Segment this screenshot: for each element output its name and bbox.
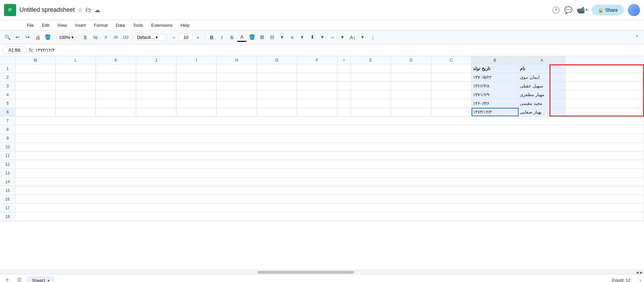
grid-cell-plus1[interactable] bbox=[337, 64, 351, 73]
col-header-I[interactable]: I bbox=[176, 56, 217, 64]
row-number[interactable]: 17 bbox=[0, 204, 15, 212]
grid-cell-G5[interactable] bbox=[257, 99, 297, 108]
row-number[interactable]: 1 bbox=[0, 64, 15, 73]
grid-cell-I3[interactable] bbox=[176, 82, 217, 90]
grid-cell-G2[interactable] bbox=[257, 73, 297, 81]
formula-input[interactable] bbox=[36, 48, 641, 53]
collapse-toolbar-button[interactable]: ⌃ bbox=[632, 32, 641, 42]
menu-extensions[interactable]: Extensions bbox=[148, 21, 176, 29]
col-header-plus[interactable]: + bbox=[337, 56, 351, 64]
grid-cell-H3[interactable] bbox=[217, 82, 257, 90]
menu-insert[interactable]: Insert bbox=[71, 21, 89, 29]
row-number[interactable]: 3 bbox=[0, 82, 15, 90]
col-header-A[interactable]: A bbox=[519, 56, 566, 64]
grid-cell-K5[interactable] bbox=[96, 99, 136, 108]
menu-help[interactable]: Help bbox=[177, 21, 193, 29]
grid-cell-J5[interactable] bbox=[136, 99, 176, 108]
grid-cell-E1[interactable] bbox=[351, 64, 391, 73]
grid-cell-A5[interactable]: مجید مقیمی bbox=[519, 99, 566, 108]
row-number[interactable]: 2 bbox=[0, 73, 15, 81]
grid-cell-M1[interactable] bbox=[15, 64, 56, 73]
col-header-G[interactable]: G bbox=[257, 56, 297, 64]
grid-cell-empty[interactable] bbox=[15, 151, 644, 160]
merge-dropdown-button[interactable]: ▾ bbox=[277, 32, 287, 42]
text-direction-dropdown-button[interactable]: ▾ bbox=[358, 32, 367, 42]
grid-cell-F5[interactable] bbox=[297, 99, 337, 108]
borders-button[interactable]: ⊞ bbox=[257, 32, 267, 42]
grid-cell-empty[interactable] bbox=[15, 160, 644, 168]
horizontal-scrollbar-thumb[interactable] bbox=[258, 271, 354, 274]
grid-cell-E3[interactable] bbox=[351, 82, 391, 90]
grid-cell-A4[interactable]: مهیار مظفری bbox=[519, 90, 566, 99]
grid-cell-F3[interactable] bbox=[297, 82, 337, 90]
row-number[interactable]: 16 bbox=[0, 195, 15, 203]
grid-cell-G6[interactable] bbox=[257, 108, 297, 116]
grid-cell-K6[interactable] bbox=[96, 108, 136, 116]
grid-cell-C3[interactable] bbox=[431, 82, 472, 90]
grid-cell-F1[interactable] bbox=[297, 64, 337, 73]
fill-color-button[interactable]: 🪣 bbox=[247, 32, 257, 42]
merge-cells-button[interactable]: ⊟ bbox=[267, 32, 277, 42]
menu-view[interactable]: View bbox=[54, 21, 70, 29]
zoom-selector[interactable]: 100% ▾ bbox=[57, 34, 76, 41]
grid-cell-empty[interactable] bbox=[15, 117, 644, 125]
col-header-H[interactable]: H bbox=[217, 56, 257, 64]
spreadsheet-title[interactable]: Untitled spreadsheet bbox=[19, 6, 75, 13]
history-icon[interactable]: 🕐 bbox=[552, 6, 560, 14]
row-number[interactable]: 13 bbox=[0, 169, 15, 177]
grid-cell-D6[interactable] bbox=[391, 108, 431, 116]
italic-button[interactable]: I bbox=[217, 32, 226, 42]
grid-cell-B5[interactable]: ۱۳۶۰/۳/۶ bbox=[472, 99, 519, 108]
camera-video-icon[interactable]: 📹 ▾ bbox=[577, 6, 588, 14]
grid-cell-I1[interactable] bbox=[176, 64, 217, 73]
grid-cell-L1[interactable] bbox=[56, 64, 96, 73]
align-button[interactable]: ≡ bbox=[287, 32, 297, 42]
grid-cell-G3[interactable] bbox=[257, 82, 297, 90]
grid-cell-empty[interactable] bbox=[15, 134, 644, 142]
grid-cell-B3[interactable]: ۱۳۶۶/۴/۸ bbox=[472, 82, 519, 90]
undo-button[interactable]: ↩ bbox=[13, 32, 22, 42]
bold-button[interactable]: B bbox=[207, 32, 216, 42]
horizontal-scrollbar[interactable]: ◀ ▶ bbox=[0, 270, 644, 274]
menu-edit[interactable]: Edit bbox=[39, 21, 53, 29]
grid-cell-M2[interactable] bbox=[15, 73, 56, 81]
grid-cell-L2[interactable] bbox=[56, 73, 96, 81]
grid-cell-B4[interactable]: ۱۳۷۱/۶/۹ bbox=[472, 90, 519, 99]
grid-cell-empty[interactable] bbox=[15, 125, 644, 134]
strikethrough-button[interactable]: S bbox=[227, 32, 236, 42]
font-size-increase-button[interactable]: + bbox=[193, 32, 203, 42]
col-header-K[interactable]: K bbox=[96, 56, 136, 64]
row-number[interactable]: 18 bbox=[0, 212, 15, 221]
row-number[interactable]: 5 bbox=[0, 99, 15, 108]
grid-cell-B2[interactable]: ۱۳۷۰/۵/۲۲ bbox=[472, 73, 519, 81]
folder-icon[interactable]: 🗁 bbox=[86, 6, 92, 13]
grid-cell-empty[interactable] bbox=[15, 178, 644, 186]
scroll-left-icon[interactable]: ◀ bbox=[636, 271, 639, 274]
menu-tools[interactable]: Tools bbox=[129, 21, 146, 29]
grid-cell-plus4[interactable] bbox=[337, 90, 351, 99]
menu-data[interactable]: Data bbox=[112, 21, 128, 29]
sheet-scroll-right-icon[interactable]: › bbox=[640, 278, 641, 282]
grid-cell-A3[interactable]: سهیل عقیلی bbox=[519, 82, 566, 90]
grid-cell-H4[interactable] bbox=[217, 90, 257, 99]
col-header-C[interactable]: C bbox=[431, 56, 472, 64]
row-number[interactable]: 7 bbox=[0, 117, 15, 125]
paint-format-button[interactable]: 🪣 bbox=[43, 32, 52, 42]
menu-format[interactable]: Format bbox=[91, 21, 111, 29]
grid-cell-empty[interactable] bbox=[15, 186, 644, 195]
grid-cell-D3[interactable] bbox=[391, 82, 431, 90]
avatar[interactable] bbox=[628, 4, 640, 16]
grid-cell-E6[interactable] bbox=[351, 108, 391, 116]
grid-cell-D1[interactable] bbox=[391, 64, 431, 73]
grid-cell-H2[interactable] bbox=[217, 73, 257, 81]
grid-cell-C4[interactable] bbox=[431, 90, 472, 99]
grid-cell-B6[interactable]: ۱۳۷۳/۱۲/۳ bbox=[472, 108, 519, 116]
currency-button[interactable]: $ bbox=[80, 32, 90, 42]
col-header-E[interactable]: E bbox=[351, 56, 391, 64]
grid-cell-A1[interactable]: نام bbox=[519, 64, 566, 73]
grid-cell-G4[interactable] bbox=[257, 90, 297, 99]
grid-cell-K1[interactable] bbox=[96, 64, 136, 73]
grid-cell-H1[interactable] bbox=[217, 64, 257, 73]
sheet-menu-button[interactable]: ☰ bbox=[15, 276, 24, 282]
chat-icon[interactable]: 💬 bbox=[564, 6, 573, 14]
